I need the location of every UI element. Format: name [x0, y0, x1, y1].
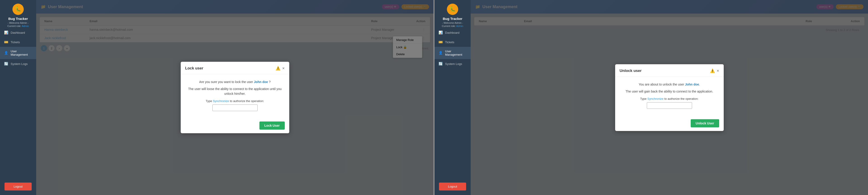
lock-warning-icon: ⚠️	[276, 66, 280, 71]
lock-sync-label: Type Synchronize to authorize the operat…	[187, 99, 282, 103]
user-management-icon: 👤	[4, 51, 8, 55]
unlock-modal-close[interactable]: ×	[717, 69, 719, 73]
unlock-warning-icon: ⚠️	[710, 68, 715, 73]
unlock-user-button[interactable]: Unlock User	[691, 119, 719, 127]
sidebar-label-system-logs-2: System Logs	[445, 62, 462, 66]
welcome-text: - Welcome Admin -	[8, 22, 29, 24]
unlock-modal-title: Unlock user	[620, 69, 708, 73]
lock-modal-footer: Lock User	[181, 119, 289, 133]
app-name: Bug Tracker	[8, 17, 28, 21]
role-label-2: Current role: Admin	[442, 25, 463, 27]
unlock-modal-text2: The user will gain back the ability to c…	[622, 89, 717, 94]
unlock-modal-overlay[interactable]: Unlock user ⚠️ × You are about to unlock…	[471, 0, 868, 195]
sidebar-item-tickets-2[interactable]: 🎫 Tickets	[434, 37, 471, 47]
dashboard-icon-2: 📊	[438, 31, 443, 35]
unlock-modal-text1: You are about to unlock the user John do…	[622, 82, 717, 87]
sidebar-label-system-logs: System Logs	[11, 62, 28, 66]
system-logs-icon-2: 🔄	[438, 62, 443, 66]
lock-modal-body: Are you sure you want to lock the user J…	[181, 74, 289, 119]
sidebar-item-user-management-2[interactable]: 👤 User Management	[434, 47, 471, 59]
unlock-sync-label: Type Synchronize to authorize the operat…	[622, 97, 717, 100]
system-logs-icon: 🔄	[4, 62, 8, 66]
unlock-modal-header: Unlock user ⚠️ ×	[615, 64, 724, 77]
lock-modal-overlay[interactable]: Lock user ⚠️ × Are you sure you want to …	[36, 0, 434, 195]
main-content: 📁 User Management user(s) 👁 Locked user(…	[36, 0, 434, 195]
lock-input-wrap	[187, 104, 282, 111]
unlock-modal-body: You are about to unlock the user John do…	[615, 77, 724, 117]
sidebar-item-dashboard-2[interactable]: 📊 Dashboard	[434, 28, 471, 37]
sidebar-label-tickets-2: Tickets	[445, 40, 454, 44]
lock-modal-title: Lock user	[185, 66, 274, 71]
logout-button-2[interactable]: Logout	[439, 183, 466, 191]
role-label: Current role: Admin	[7, 25, 29, 27]
user-management-icon-2: 👤	[438, 51, 443, 55]
sidebar-nav: 📊 Dashboard 🎫 Tickets 👤 User Management …	[0, 28, 36, 69]
sidebar-label-user-management: User Management	[11, 50, 32, 56]
sidebar-label-dashboard: Dashboard	[11, 31, 25, 34]
app-name-2: Bug Tracker	[443, 17, 463, 21]
sidebar-nav-2: 📊 Dashboard 🎫 Tickets 👤 User Management …	[434, 28, 471, 69]
lock-modal-text1: Are you sure you want to lock the user J…	[187, 79, 282, 85]
unlock-sync-input[interactable]	[647, 102, 692, 109]
sidebar-2: 🐛 Bug Tracker - Welcome Admin - Current …	[434, 0, 471, 195]
lock-modal: Lock user ⚠️ × Are you sure you want to …	[181, 62, 289, 133]
sidebar-item-tickets[interactable]: 🎫 Tickets	[0, 37, 36, 47]
tickets-icon-2: 🎫	[438, 40, 443, 44]
sidebar-label-user-management-2: User Management	[445, 50, 467, 56]
dashboard-icon: 📊	[4, 31, 8, 35]
tickets-icon: 🎫	[4, 40, 8, 44]
sidebar-label-dashboard-2: Dashboard	[445, 31, 460, 34]
logout-button[interactable]: Logout	[4, 183, 32, 191]
sidebar-item-system-logs[interactable]: 🔄 System Logs	[0, 59, 36, 69]
unlock-input-wrap	[622, 102, 717, 109]
unlock-modal: Unlock user ⚠️ × You are about to unlock…	[615, 64, 724, 131]
logout-section: Logout	[0, 178, 36, 195]
unlock-modal-footer: Unlock User	[615, 117, 724, 131]
lock-modal-close[interactable]: ×	[282, 66, 285, 70]
app-logo-2: 🐛	[447, 4, 458, 15]
lock-sync-input[interactable]	[212, 104, 257, 111]
sidebar-item-system-logs-2[interactable]: 🔄 System Logs	[434, 59, 471, 69]
app-logo: 🐛	[12, 4, 24, 15]
sidebar-label-tickets: Tickets	[11, 40, 20, 44]
main-content-2: 📁 User Management user(s) 👁 Locked user(…	[471, 0, 868, 195]
sidebar: 🐛 Bug Tracker - Welcome Admin - Current …	[0, 0, 36, 195]
sidebar-item-user-management[interactable]: 👤 User Management	[0, 47, 36, 59]
lock-modal-header: Lock user ⚠️ ×	[181, 62, 289, 74]
lock-user-button[interactable]: Lock User	[259, 122, 285, 130]
sidebar-item-dashboard[interactable]: 📊 Dashboard	[0, 28, 36, 37]
logout-section-2: Logout	[434, 178, 471, 195]
welcome-text-2: - Welcome Admin -	[442, 22, 463, 24]
lock-modal-text2: The user will loose the ability to conne…	[187, 87, 282, 96]
